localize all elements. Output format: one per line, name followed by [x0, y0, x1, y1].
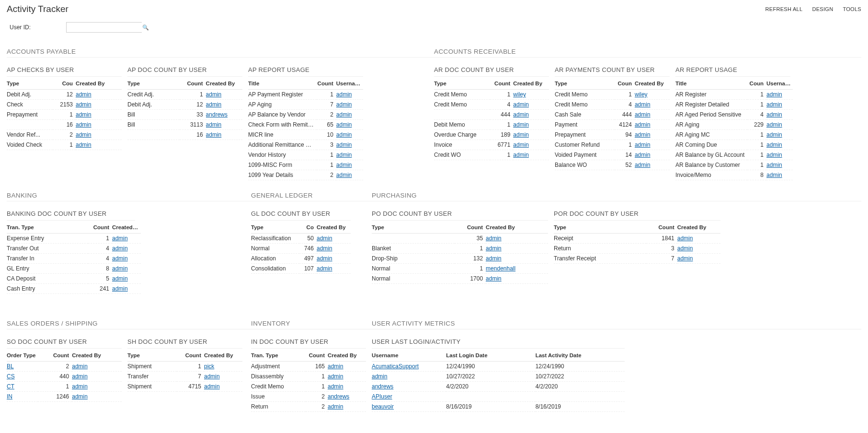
- ar_doc-link[interactable]: admin: [513, 141, 529, 148]
- ap_report-link[interactable]: admin: [336, 111, 352, 118]
- bank_doc-header-c3[interactable]: Created By: [112, 222, 141, 234]
- ar_report-link[interactable]: admin: [766, 131, 782, 138]
- in_doc-link[interactable]: admin: [328, 403, 343, 410]
- so_doc-link[interactable]: admin: [72, 383, 88, 390]
- so_doc-header-c3[interactable]: Created By: [72, 350, 122, 362]
- so_doc-link[interactable]: admin: [72, 363, 88, 370]
- ap_checks-link[interactable]: admin: [76, 121, 91, 128]
- ap_checks-link[interactable]: admin: [76, 131, 91, 138]
- user_login-header-c3[interactable]: Last Activity Date: [536, 350, 625, 362]
- user_login-link[interactable]: beauvoir: [372, 403, 394, 410]
- ap_report-link[interactable]: admin: [336, 101, 352, 108]
- ap_report-link[interactable]: admin: [336, 141, 352, 148]
- po_doc-link[interactable]: admin: [486, 275, 502, 282]
- ap_checks-link[interactable]: admin: [76, 91, 91, 98]
- so_doc-link[interactable]: CT: [7, 383, 14, 390]
- in_doc-header-c1[interactable]: Tran. Type: [251, 350, 306, 362]
- in_doc-link[interactable]: admin: [328, 373, 343, 380]
- ap_doc-header-c3[interactable]: Created By: [206, 78, 242, 90]
- ap_checks-header-c2[interactable]: Cou: [53, 78, 76, 90]
- refresh-all-button[interactable]: REFRESH ALL: [765, 6, 803, 12]
- so_doc-header-c2[interactable]: Count: [38, 350, 72, 362]
- bank_doc-header-c2[interactable]: Count: [88, 222, 112, 234]
- ap_doc-link[interactable]: admin: [206, 131, 222, 138]
- user_login-link[interactable]: admin: [372, 373, 388, 380]
- gl_doc-link[interactable]: admin: [317, 235, 332, 242]
- po_doc-header-c2[interactable]: Count: [455, 222, 486, 234]
- bank_doc-link[interactable]: admin: [112, 235, 128, 242]
- user_login-link[interactable]: APIuser: [372, 393, 392, 400]
- bank_doc-header-c1[interactable]: Tran. Type: [7, 222, 88, 234]
- so_doc-link[interactable]: admin: [72, 373, 88, 380]
- ar_pay-header-c2[interactable]: Coun: [615, 78, 635, 90]
- ar_pay-link[interactable]: admin: [635, 162, 651, 168]
- ap_report-header-c1[interactable]: Title: [248, 78, 317, 90]
- ar_report-link[interactable]: admin: [766, 152, 782, 158]
- bank_doc-link[interactable]: admin: [112, 245, 128, 252]
- user-id-input[interactable]: [67, 23, 142, 32]
- gl_doc-header-c3[interactable]: Created By: [317, 222, 351, 234]
- bank_doc-link[interactable]: admin: [112, 275, 128, 282]
- ap_checks-link[interactable]: admin: [76, 141, 91, 148]
- ar_report-link[interactable]: admin: [766, 141, 782, 148]
- ar_report-link[interactable]: admin: [766, 91, 782, 98]
- sh_doc-header-c3[interactable]: Created By: [204, 350, 242, 362]
- in_doc-header-c2[interactable]: Count: [306, 350, 328, 362]
- gl_doc-link[interactable]: admin: [317, 255, 332, 262]
- ap_checks-header-c1[interactable]: Type: [7, 78, 53, 90]
- ar_report-header-c3[interactable]: Username: [766, 78, 793, 90]
- por_doc-header-c2[interactable]: Count: [646, 222, 677, 234]
- bank_doc-link[interactable]: admin: [112, 255, 128, 262]
- gl_doc-link[interactable]: admin: [317, 265, 332, 272]
- ap_report-link[interactable]: admin: [336, 152, 352, 158]
- gl_doc-header-c2[interactable]: Co: [299, 222, 317, 234]
- por_doc-link[interactable]: admin: [677, 245, 693, 252]
- por_doc-link[interactable]: admin: [677, 235, 693, 242]
- so_doc-link[interactable]: admin: [72, 393, 88, 400]
- ar_pay-link[interactable]: admin: [635, 111, 651, 118]
- ar_doc-link[interactable]: admin: [513, 101, 529, 108]
- ar_doc-header-c1[interactable]: Type: [434, 78, 490, 90]
- ap_doc-link[interactable]: andrews: [206, 111, 228, 118]
- ar_doc-link[interactable]: admin: [513, 152, 529, 158]
- po_doc-link[interactable]: admin: [486, 255, 502, 262]
- ap_report-link[interactable]: admin: [336, 131, 352, 138]
- gl_doc-header-c1[interactable]: Type: [251, 222, 299, 234]
- sh_doc-header-c2[interactable]: Count: [177, 350, 204, 362]
- design-button[interactable]: DESIGN: [812, 6, 833, 12]
- ar_pay-link[interactable]: admin: [635, 152, 651, 158]
- ap_checks-link[interactable]: admin: [76, 101, 91, 108]
- user_login-link[interactable]: AcumaticaSupport: [372, 363, 419, 370]
- tools-button[interactable]: TOOLS: [843, 6, 861, 12]
- ar_report-link[interactable]: admin: [766, 172, 782, 178]
- por_doc-header-c3[interactable]: Created By: [677, 222, 720, 234]
- ap_doc-link[interactable]: admin: [206, 101, 222, 108]
- ap_doc-header-c2[interactable]: Count: [180, 78, 206, 90]
- bank_doc-link[interactable]: admin: [112, 265, 128, 272]
- user_login-header-c2[interactable]: Last Login Date: [446, 350, 535, 362]
- in_doc-link[interactable]: admin: [328, 363, 343, 370]
- ap_checks-header-c3[interactable]: Created By: [76, 78, 122, 90]
- bank_doc-link[interactable]: admin: [112, 285, 128, 292]
- so_doc-header-c1[interactable]: Order Type: [7, 350, 38, 362]
- ar_pay-header-c3[interactable]: Created By: [635, 78, 670, 90]
- po_doc-link[interactable]: admin: [486, 235, 502, 242]
- in_doc-link[interactable]: andrews: [328, 393, 349, 400]
- sh_doc-link[interactable]: pick: [204, 363, 214, 370]
- ar_doc-link[interactable]: wiley: [513, 91, 526, 98]
- gl_doc-link[interactable]: admin: [317, 245, 332, 252]
- ap_doc-header-c1[interactable]: Type: [127, 78, 180, 90]
- ar_doc-link[interactable]: admin: [513, 131, 529, 138]
- ar_doc-link[interactable]: admin: [513, 121, 529, 128]
- ap_doc-link[interactable]: admin: [206, 91, 222, 98]
- search-icon[interactable]: 🔍: [142, 24, 149, 31]
- po_doc-link[interactable]: mendenhall: [486, 265, 515, 272]
- ar_pay-link[interactable]: admin: [635, 121, 651, 128]
- ap_doc-link[interactable]: admin: [206, 121, 222, 128]
- ap_report-link[interactable]: admin: [336, 162, 352, 168]
- sh_doc-link[interactable]: admin: [204, 383, 220, 390]
- sh_doc-link[interactable]: admin: [204, 373, 220, 380]
- por_doc-header-c1[interactable]: Type: [554, 222, 646, 234]
- so_doc-link[interactable]: CS: [7, 373, 15, 380]
- po_doc-header-c3[interactable]: Created By: [486, 222, 548, 234]
